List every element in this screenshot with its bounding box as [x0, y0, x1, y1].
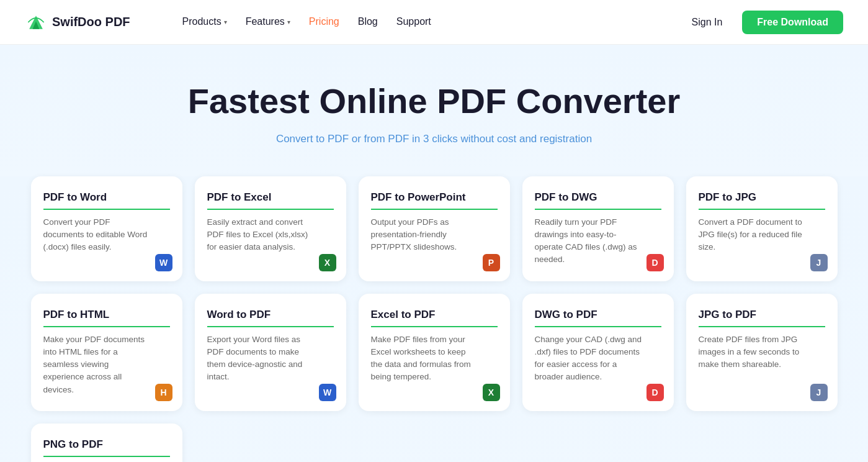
card-format-icon: D — [647, 254, 664, 271]
nav-left: SwifDoo PDF Products ▾ Features ▾ Pricin… — [25, 0, 463, 45]
card-title: PDF to DWG — [535, 191, 661, 210]
hero-subtitle: Convert to PDF or from PDF in 3 clicks w… — [25, 133, 843, 145]
nav-support[interactable]: Support — [389, 12, 439, 31]
card-title: Word to PDF — [207, 309, 334, 327]
card-title: PNG to PDF — [43, 438, 170, 457]
card-desc: Make your PDF documents into HTML files … — [43, 333, 170, 396]
card-title: PDF to PowerPoint — [371, 191, 498, 210]
card-format-icon: J — [810, 384, 828, 401]
nav-pricing[interactable]: Pricing — [302, 12, 347, 31]
card-title: PDF to Excel — [207, 191, 334, 210]
card-desc: Readily turn your PDF drawings into easy… — [535, 216, 661, 266]
card-desc: Make PDF files from your Excel worksheet… — [371, 333, 498, 384]
converter-card[interactable]: PNG to PDF Convert PNG files to — [31, 424, 182, 462]
navbar: SwifDoo PDF Products ▾ Features ▾ Pricin… — [0, 0, 868, 45]
hero-section: Fastest Online PDF Converter Convert to … — [0, 45, 868, 176]
card-format-icon: P — [483, 254, 500, 271]
card-title: DWG to PDF — [535, 309, 661, 327]
nav-features[interactable]: Features ▾ — [238, 12, 298, 31]
logo-icon — [25, 11, 47, 34]
converter-card[interactable]: JPG to PDF Create PDF files from JPG ima… — [686, 294, 838, 411]
card-desc: Create PDF files from JPG images in a fe… — [699, 333, 825, 371]
nav-blog[interactable]: Blog — [351, 12, 385, 31]
converter-card[interactable]: Word to PDF Export your Word files as PD… — [195, 294, 346, 411]
card-title: Excel to PDF — [371, 309, 498, 327]
card-format-icon: W — [155, 254, 172, 271]
card-format-icon: X — [319, 254, 336, 271]
cards-grid-row2: PDF to HTML Make your PDF documents into… — [31, 294, 838, 411]
card-format-icon: J — [810, 254, 828, 271]
cards-grid-row1: PDF to Word Convert your PDF documents t… — [31, 176, 838, 281]
converter-card[interactable]: PDF to JPG Convert a PDF document to JPG… — [686, 176, 838, 281]
sign-in-button[interactable]: Sign In — [682, 12, 733, 33]
card-desc: Export your Word files as PDF documents … — [207, 333, 334, 384]
converter-card[interactable]: DWG to PDF Change your CAD (.dwg and .dx… — [522, 294, 674, 411]
card-desc: Convert your PDF documents to editable W… — [43, 216, 170, 254]
logo[interactable]: SwifDoo PDF — [25, 11, 130, 34]
card-format-icon: X — [483, 384, 500, 401]
card-desc: Convert a PDF document to JPG file(s) fo… — [699, 216, 825, 254]
hero-title: Fastest Online PDF Converter — [25, 82, 843, 120]
card-desc: Output your PDFs as presentation-friendl… — [371, 216, 498, 254]
free-download-button[interactable]: Free Download — [742, 11, 843, 34]
nav-right: Sign In Free Download — [682, 11, 844, 34]
cards-grid-row3: PNG to PDF Convert PNG files to — [31, 424, 838, 462]
card-format-icon: W — [319, 384, 336, 401]
nav-links: Products ▾ Features ▾ Pricing Blog Suppo… — [150, 0, 463, 45]
card-title: PDF to Word — [43, 191, 170, 210]
nav-products[interactable]: Products ▾ — [175, 12, 235, 31]
card-desc: Change your CAD (.dwg and .dxf) files to… — [535, 333, 661, 384]
card-title: PDF to HTML — [43, 309, 170, 327]
converter-card[interactable]: PDF to PowerPoint Output your PDFs as pr… — [359, 176, 510, 281]
converter-card[interactable]: PDF to Word Convert your PDF documents t… — [31, 176, 182, 281]
card-format-icon: H — [155, 384, 172, 401]
products-chevron-icon: ▾ — [224, 19, 227, 25]
converter-card[interactable]: PDF to HTML Make your PDF documents into… — [31, 294, 182, 411]
converter-card[interactable]: Excel to PDF Make PDF files from your Ex… — [359, 294, 510, 411]
features-chevron-icon: ▾ — [287, 19, 290, 25]
brand-name: SwifDoo PDF — [52, 15, 130, 29]
card-desc: Easily extract and convert PDF files to … — [207, 216, 334, 254]
converter-card[interactable]: PDF to DWG Readily turn your PDF drawing… — [522, 176, 674, 281]
converter-card[interactable]: PDF to Excel Easily extract and convert … — [195, 176, 346, 281]
cards-section: PDF to Word Convert your PDF documents t… — [0, 176, 868, 462]
card-title: PDF to JPG — [699, 191, 825, 210]
card-format-icon: D — [647, 384, 664, 401]
card-title: JPG to PDF — [699, 309, 825, 327]
